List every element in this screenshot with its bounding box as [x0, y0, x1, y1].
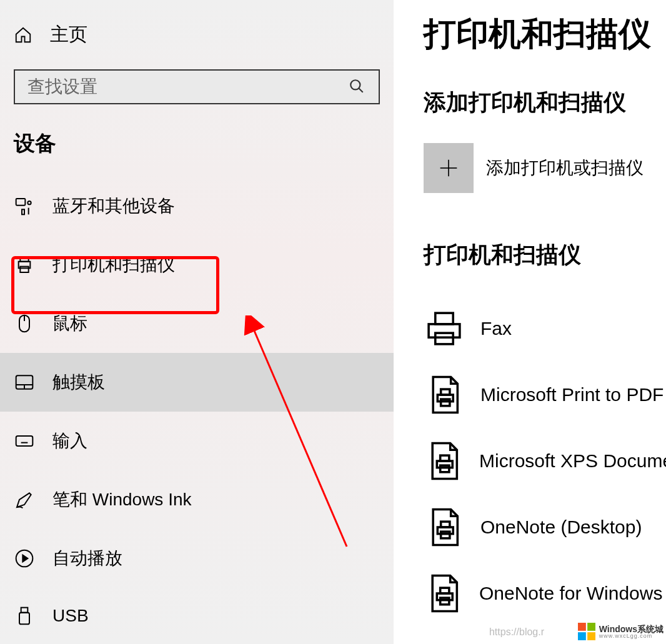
sidebar-item-mouse[interactable]: 鼠标	[0, 294, 394, 353]
printer-label: Microsoft XPS Documen	[479, 450, 666, 472]
sidebar-item-label: 笔和 Windows Ink	[52, 488, 192, 512]
add-section-title: 添加打印机和扫描仪	[424, 87, 666, 118]
usb-icon	[14, 605, 35, 627]
svg-line-1	[359, 88, 363, 92]
home-label: 主页	[50, 22, 87, 47]
autoplay-icon	[14, 548, 35, 569]
svg-point-4	[27, 201, 31, 204]
sidebar-item-usb[interactable]: USB	[0, 588, 394, 644]
svg-rect-39	[441, 532, 450, 538]
sidebar: 主页 设备 蓝牙和其他设备	[0, 0, 394, 644]
svg-rect-35	[440, 455, 449, 461]
bluetooth-icon	[14, 196, 35, 217]
svg-rect-14	[16, 436, 33, 446]
printer-item[interactable]: Fax	[424, 295, 666, 362]
sidebar-item-printers[interactable]: 打印机和扫描仪	[0, 235, 394, 294]
sidebar-item-label: 蓝牙和其他设备	[52, 194, 175, 218]
svg-rect-8	[20, 267, 28, 272]
svg-rect-44	[587, 623, 595, 631]
list-section-title: 打印机和扫描仪	[424, 240, 666, 270]
keyboard-icon	[14, 430, 35, 452]
mouse-icon	[14, 313, 35, 334]
printer-list: Fax Microsoft Print to PDF	[424, 295, 666, 627]
plus-icon	[424, 143, 474, 193]
touchpad-icon	[14, 372, 35, 393]
add-printer-label: 添加打印机或扫描仪	[486, 156, 644, 180]
sidebar-item-label: 鼠标	[52, 312, 87, 335]
doc-printer-icon	[424, 573, 464, 614]
svg-rect-41	[440, 588, 449, 593]
watermark-logo-icon	[578, 623, 595, 640]
add-printer-button[interactable]: 添加打印机或扫描仪	[424, 143, 666, 193]
sidebar-item-label: 自动播放	[52, 547, 122, 570]
sidebar-item-autoplay[interactable]: 自动播放	[0, 529, 394, 588]
sidebar-item-bluetooth[interactable]: 蓝牙和其他设备	[0, 177, 394, 235]
sidebar-item-label: 打印机和扫描仪	[52, 253, 175, 277]
printer-label: Fax	[480, 318, 512, 339]
svg-point-0	[350, 80, 360, 89]
main-content: 打印机和扫描仪 添加打印机和扫描仪 添加打印机或扫描仪 打印机和扫描仪 Fax	[394, 0, 666, 644]
watermark-line1: Windows系统城	[599, 625, 664, 633]
svg-rect-7	[20, 257, 28, 262]
svg-rect-3	[22, 209, 24, 214]
search-icon	[349, 78, 366, 96]
sidebar-item-label: 输入	[52, 429, 87, 453]
watermark: Windows系统城 www.wxcLgg.com	[578, 623, 664, 640]
printer-device-icon	[424, 308, 465, 349]
home-icon	[14, 26, 32, 44]
printer-item[interactable]: OneNote for Windows 1	[424, 560, 666, 627]
svg-rect-45	[578, 632, 586, 640]
svg-rect-42	[440, 598, 449, 605]
sidebar-item-label: USB	[52, 606, 89, 626]
sidebar-item-touchpad[interactable]: 触摸板	[0, 353, 394, 412]
sidebar-item-pen[interactable]: 笔和 Windows Ink	[0, 470, 394, 529]
svg-rect-38	[441, 522, 450, 527]
doc-printer-icon	[424, 374, 465, 415]
home-button[interactable]: 主页	[0, 0, 394, 63]
svg-rect-32	[441, 389, 450, 395]
sidebar-item-label: 触摸板	[52, 370, 105, 394]
printer-label: OneNote (Desktop)	[480, 517, 642, 538]
printer-icon	[14, 254, 35, 275]
pen-icon	[14, 489, 35, 510]
page-title: 打印机和扫描仪	[424, 12, 666, 56]
doc-printer-icon	[424, 507, 465, 548]
doc-printer-icon	[424, 440, 464, 482]
watermark-line2: www.wxcLgg.com	[599, 633, 664, 639]
svg-rect-23	[19, 613, 29, 625]
printer-label: Microsoft Print to PDF	[480, 384, 664, 405]
svg-rect-28	[429, 324, 460, 337]
printer-item[interactable]: Microsoft Print to PDF	[424, 362, 666, 428]
printer-item[interactable]: OneNote (Desktop)	[424, 494, 666, 560]
svg-rect-46	[587, 632, 595, 640]
blog-watermark: https://blog.r	[489, 627, 544, 638]
svg-rect-29	[435, 313, 453, 324]
svg-rect-43	[578, 623, 586, 631]
svg-rect-2	[16, 199, 26, 206]
sidebar-item-typing[interactable]: 输入	[0, 412, 394, 470]
svg-rect-22	[21, 608, 28, 613]
printer-item[interactable]: Microsoft XPS Documen	[424, 428, 666, 494]
svg-marker-21	[22, 555, 27, 562]
printer-label: OneNote for Windows 1	[479, 583, 666, 604]
search-input[interactable]	[27, 77, 349, 97]
search-box[interactable]	[14, 69, 380, 104]
svg-rect-36	[440, 465, 449, 472]
svg-rect-33	[441, 399, 450, 406]
section-title: 设备	[0, 123, 394, 177]
